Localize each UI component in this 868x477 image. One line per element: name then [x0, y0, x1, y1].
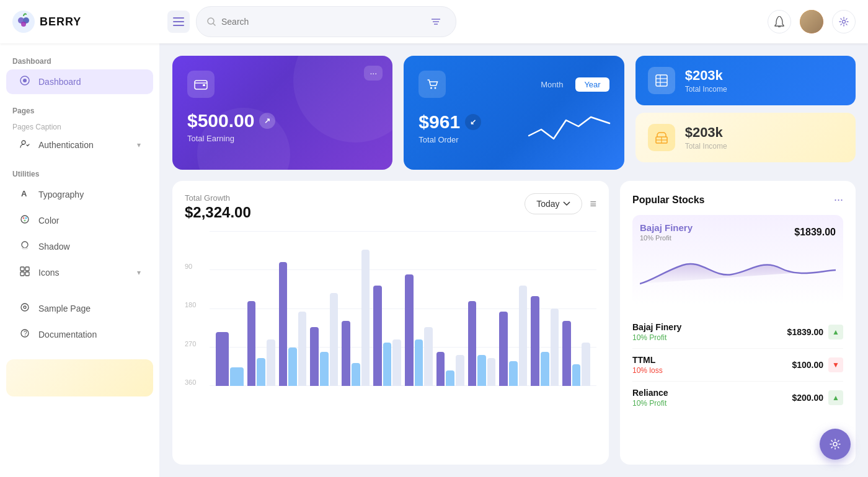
chart-controls: Today ≡: [525, 193, 596, 214]
chart-menu-button[interactable]: ≡: [590, 198, 596, 209]
bell-icon: [774, 16, 784, 27]
svg-point-19: [24, 220, 26, 222]
order-amount-area: $961 ↙ Total Order: [418, 112, 481, 144]
dashboard-icon: [19, 76, 31, 88]
sample-page-icon: [19, 302, 31, 315]
table-icon: [655, 74, 668, 87]
stock-item-name: Bajaj Finery: [632, 322, 681, 332]
stock-item-left: TTML 10% loss: [632, 355, 663, 375]
stock-list-item[interactable]: TTML 10% loss $100.00 ▼: [632, 349, 843, 382]
sidebar-item-typography[interactable]: A Typography: [6, 182, 153, 207]
sidebar-item-sample-label: Sample Page: [38, 304, 91, 313]
avatar[interactable]: [800, 10, 823, 33]
bar-chart: [210, 231, 596, 386]
order-trend-icon: ↙: [465, 114, 481, 130]
bar-segment: [415, 339, 423, 386]
stock-list-item[interactable]: Bajaj Finery 10% Profit $1839.00 ▲: [632, 316, 843, 349]
earning-trend-icon: ↗: [259, 113, 275, 129]
sidebar-item-dashboard-label: Dashboard: [38, 77, 81, 87]
income2-label: Total Income: [685, 142, 727, 151]
sidebar-item-icons[interactable]: Icons ▾: [6, 260, 153, 285]
sidebar-item-authentication[interactable]: Authentication ▾: [6, 133, 153, 157]
chart-amount: $2,324.00: [185, 204, 251, 221]
bar-segment: [572, 364, 581, 386]
today-button[interactable]: Today: [525, 193, 582, 214]
svg-point-20: [22, 242, 28, 248]
stock-trend-icon: ▲: [828, 390, 843, 405]
order-amount: $961 ↙: [418, 112, 481, 133]
fab-settings-button[interactable]: [820, 429, 851, 460]
sidebar-section-pages: Pages: [0, 103, 159, 118]
bar-segment: [477, 355, 486, 386]
bar-group: [531, 231, 559, 386]
svg-rect-23: [25, 267, 29, 271]
svg-rect-34: [656, 75, 667, 86]
svg-point-3: [21, 22, 26, 27]
sidebar-item-color[interactable]: Color: [6, 208, 153, 233]
chart-header: Total Growth $2,324.00 Today ≡: [185, 193, 596, 221]
stock-item-name: Reliance: [632, 388, 668, 398]
bar-segment: [288, 348, 297, 387]
svg-point-32: [430, 87, 432, 89]
sidebar-item-documentation[interactable]: ? Documentation: [6, 322, 153, 347]
svg-point-27: [24, 306, 26, 309]
order-wave-chart: [529, 108, 609, 147]
bar-segment: [446, 370, 454, 386]
chart-area: 360 270 180 90: [185, 231, 596, 405]
svg-text:A: A: [21, 189, 27, 198]
total-earning-card: ··· $500.00 ↗ Total Earning: [172, 56, 392, 170]
logo-text: BERRY: [40, 15, 81, 28]
chart-title-area: Total Growth $2,324.00: [185, 193, 251, 221]
earning-card-icon: [187, 71, 215, 98]
settings-button[interactable]: [832, 10, 856, 33]
sidebar-item-color-label: Color: [38, 216, 59, 225]
notification-button[interactable]: [768, 10, 791, 33]
bar-segment: [352, 363, 360, 387]
year-tab[interactable]: Year: [575, 77, 609, 92]
stock-item-name: TTML: [632, 355, 663, 365]
sidebar-pages-caption: Pages Caption: [0, 120, 159, 131]
income-yellow-text: $203k Total Income: [685, 125, 727, 151]
sidebar-item-shadow[interactable]: Shadow: [6, 234, 153, 259]
svg-point-18: [25, 217, 27, 219]
bottom-row: Total Growth $2,324.00 Today ≡ 360: [172, 181, 856, 465]
sidebar-section-dashboard: Dashboard: [0, 53, 159, 68]
svg-point-14: [22, 141, 25, 144]
hamburger-button[interactable]: [167, 11, 190, 33]
auth-icon: [19, 139, 31, 151]
stock-item-profit: 10% loss: [632, 366, 663, 375]
earning-card-more-button[interactable]: ···: [364, 66, 383, 81]
bar-group: [247, 231, 275, 386]
fab-gear-icon: [829, 438, 841, 450]
stock-trend-icon: ▼: [828, 357, 843, 372]
search-input[interactable]: [221, 17, 421, 27]
stock-list-item[interactable]: Reliance 10% Profit $200.00 ▲: [632, 382, 843, 414]
income2-amount: $203k: [685, 125, 727, 141]
stock-item-price: $1839.00: [787, 327, 823, 337]
svg-point-16: [21, 216, 29, 223]
chart-title: Total Growth: [185, 193, 251, 203]
stock-rows-container: Bajaj Finery 10% Profit $1839.00 ▲ TTML …: [632, 316, 843, 414]
sidebar-item-sample-page[interactable]: Sample Page: [6, 296, 153, 321]
bar-segment: [531, 296, 539, 386]
docs-icon: ?: [19, 328, 31, 341]
chevron-down-icon: [563, 201, 570, 206]
sidebar-item-dashboard[interactable]: Dashboard: [6, 69, 153, 94]
bar-segment: [361, 250, 370, 386]
svg-rect-24: [20, 272, 24, 276]
bar-segment: [247, 301, 256, 387]
month-tab[interactable]: Month: [532, 77, 572, 92]
sidebar: Dashboard Dashboard Pages Pages Caption: [0, 43, 160, 477]
order-card-bottom: $961 ↙ Total Order: [418, 108, 609, 147]
stocks-more-button[interactable]: ···: [834, 193, 843, 206]
bar-segment: [310, 327, 319, 386]
svg-rect-25: [25, 272, 29, 276]
bar-segment: [424, 327, 433, 386]
filter-icon: [431, 17, 441, 27]
svg-point-13: [23, 79, 27, 82]
svg-rect-5: [173, 21, 184, 22]
income1-amount: $203k: [685, 68, 727, 84]
bar-segment: [499, 312, 508, 386]
filter-button[interactable]: [426, 12, 446, 32]
svg-point-41: [833, 442, 837, 446]
